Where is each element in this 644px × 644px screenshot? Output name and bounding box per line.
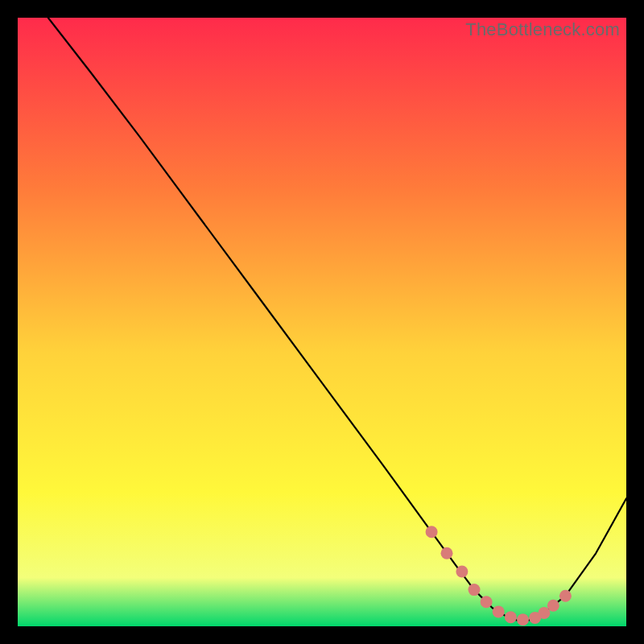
marker-point bbox=[456, 566, 468, 578]
chart-frame: TheBottleneck.com bbox=[18, 18, 626, 626]
marker-point bbox=[469, 584, 481, 596]
gradient-background bbox=[18, 18, 626, 626]
marker-point bbox=[517, 613, 529, 625]
marker-point bbox=[505, 611, 517, 623]
marker-point bbox=[493, 605, 505, 617]
marker-point bbox=[441, 547, 453, 559]
marker-point bbox=[547, 600, 559, 612]
bottleneck-plot bbox=[18, 18, 626, 626]
marker-point bbox=[481, 596, 493, 608]
watermark-text: TheBottleneck.com bbox=[465, 19, 620, 40]
marker-point bbox=[426, 526, 438, 538]
marker-point bbox=[559, 590, 572, 602]
